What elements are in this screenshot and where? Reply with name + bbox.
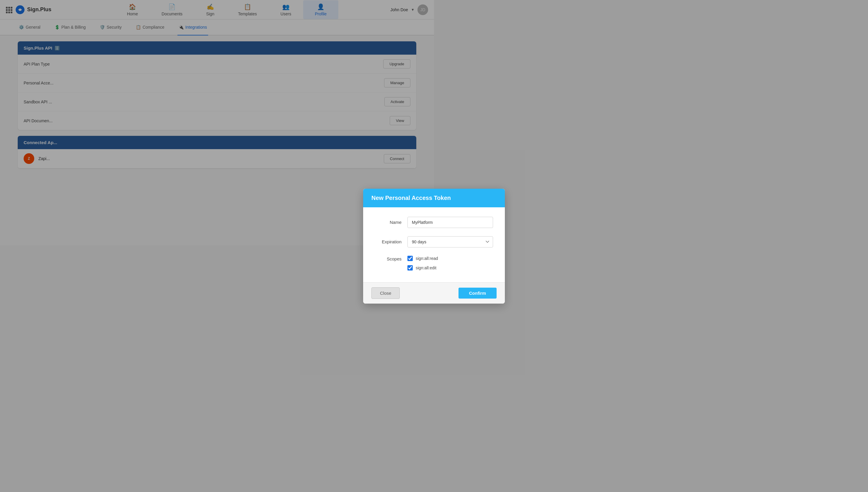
modal-expiration-field: Expiration 30 days 60 days 90 days 180 d… bbox=[375, 236, 434, 246]
modal-overlay: New Personal Access Token Name Expiratio… bbox=[0, 0, 434, 246]
expiration-select[interactable]: 30 days 60 days 90 days 180 days 1 year … bbox=[407, 236, 434, 246]
modal: New Personal Access Token Name Expiratio… bbox=[363, 189, 434, 246]
modal-title: New Personal Access Token bbox=[372, 195, 434, 201]
name-input[interactable] bbox=[407, 217, 434, 228]
name-label: Name bbox=[375, 220, 402, 225]
modal-body: Name Expiration 30 days 60 days 90 days … bbox=[363, 207, 434, 246]
modal-header: New Personal Access Token bbox=[363, 189, 434, 207]
expiration-label: Expiration bbox=[375, 239, 402, 244]
modal-name-field: Name bbox=[375, 217, 434, 228]
